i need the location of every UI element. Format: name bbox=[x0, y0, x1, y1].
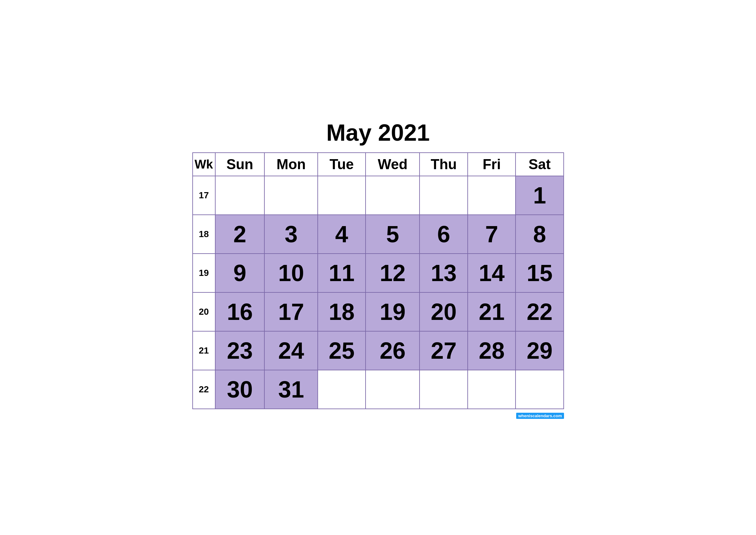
watermark[interactable]: wheniscalendars.com bbox=[516, 413, 564, 419]
day-cell bbox=[419, 370, 468, 409]
table-row: 199101112131415 bbox=[193, 254, 564, 293]
day-cell: 6 bbox=[419, 215, 468, 254]
col-header-thu: Thu bbox=[419, 153, 468, 176]
day-cell: 5 bbox=[365, 215, 419, 254]
day-cell: 10 bbox=[264, 254, 318, 293]
day-cell: 16 bbox=[215, 293, 265, 331]
header-row: Wk Sun Mon Tue Wed Thu Fri Sat bbox=[193, 153, 564, 176]
day-cell: 4 bbox=[318, 215, 365, 254]
col-header-wed: Wed bbox=[365, 153, 419, 176]
week-number: 21 bbox=[193, 331, 215, 370]
watermark-link[interactable]: wheniscalendars.com bbox=[516, 413, 564, 419]
col-header-fri: Fri bbox=[468, 153, 516, 176]
day-cell: 11 bbox=[318, 254, 365, 293]
table-row: 182345678 bbox=[193, 215, 564, 254]
day-cell: 9 bbox=[215, 254, 265, 293]
day-cell bbox=[468, 370, 516, 409]
day-cell: 31 bbox=[264, 370, 318, 409]
day-cell: 19 bbox=[365, 293, 419, 331]
day-cell: 29 bbox=[516, 331, 563, 370]
day-cell bbox=[516, 370, 563, 409]
calendar-body: 1711823456781991011121314152016171819202… bbox=[193, 176, 564, 409]
col-header-tue: Tue bbox=[318, 153, 365, 176]
day-cell: 24 bbox=[264, 331, 318, 370]
col-header-sat: Sat bbox=[516, 153, 563, 176]
day-cell bbox=[365, 176, 419, 215]
day-cell bbox=[264, 176, 318, 215]
week-number: 17 bbox=[193, 176, 215, 215]
day-cell: 18 bbox=[318, 293, 365, 331]
day-cell: 8 bbox=[516, 215, 563, 254]
day-cell bbox=[215, 176, 265, 215]
day-cell: 23 bbox=[215, 331, 265, 370]
day-cell: 2 bbox=[215, 215, 265, 254]
day-cell bbox=[365, 370, 419, 409]
table-row: 171 bbox=[193, 176, 564, 215]
day-cell: 1 bbox=[516, 176, 563, 215]
day-cell: 3 bbox=[264, 215, 318, 254]
day-cell bbox=[419, 176, 468, 215]
day-cell: 22 bbox=[516, 293, 563, 331]
day-cell: 14 bbox=[468, 254, 516, 293]
col-header-sun: Sun bbox=[215, 153, 265, 176]
day-cell: 27 bbox=[419, 331, 468, 370]
week-number: 18 bbox=[193, 215, 215, 254]
day-cell bbox=[318, 370, 365, 409]
day-cell: 26 bbox=[365, 331, 419, 370]
day-cell bbox=[318, 176, 365, 215]
day-cell: 7 bbox=[468, 215, 516, 254]
col-header-wk: Wk bbox=[193, 153, 215, 176]
day-cell: 30 bbox=[215, 370, 265, 409]
day-cell: 25 bbox=[318, 331, 365, 370]
calendar-table: Wk Sun Mon Tue Wed Thu Fri Sat 171182345… bbox=[192, 152, 564, 409]
table-row: 2123242526272829 bbox=[193, 331, 564, 370]
week-number: 19 bbox=[193, 254, 215, 293]
day-cell: 17 bbox=[264, 293, 318, 331]
day-cell bbox=[468, 176, 516, 215]
page-title: May 2021 bbox=[192, 119, 564, 146]
week-number: 22 bbox=[193, 370, 215, 409]
col-header-mon: Mon bbox=[264, 153, 318, 176]
day-cell: 28 bbox=[468, 331, 516, 370]
calendar-page: May 2021 Wk Sun Mon Tue Wed Thu Fri Sat … bbox=[189, 113, 567, 422]
week-number: 20 bbox=[193, 293, 215, 331]
day-cell: 13 bbox=[419, 254, 468, 293]
day-cell: 15 bbox=[516, 254, 563, 293]
day-cell: 21 bbox=[468, 293, 516, 331]
day-cell: 12 bbox=[365, 254, 419, 293]
table-row: 223031 bbox=[193, 370, 564, 409]
day-cell: 20 bbox=[419, 293, 468, 331]
table-row: 2016171819202122 bbox=[193, 293, 564, 331]
